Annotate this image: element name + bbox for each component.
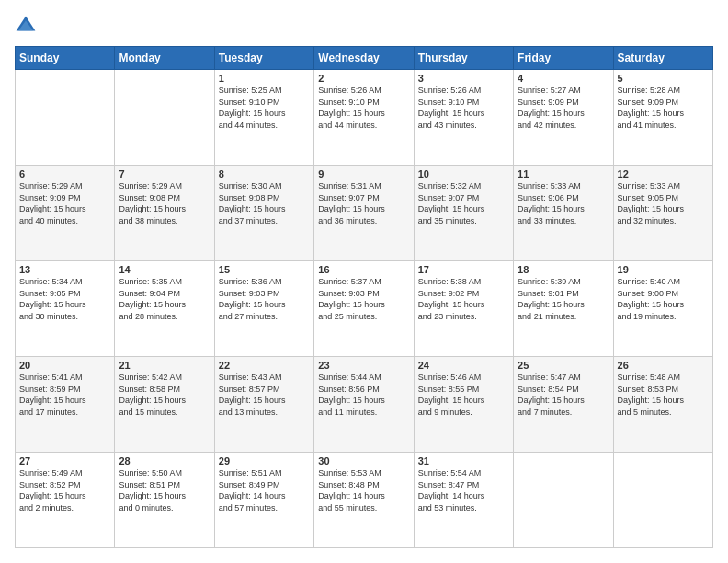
calendar-cell: 14Sunrise: 5:35 AM Sunset: 9:04 PM Dayli… [115, 261, 214, 357]
day-number: 10 [418, 168, 509, 179]
day-number: 5 [618, 73, 709, 84]
calendar-cell: 26Sunrise: 5:48 AM Sunset: 8:53 PM Dayli… [613, 357, 712, 453]
day-info: Sunrise: 5:42 AM Sunset: 8:58 PM Dayligh… [119, 372, 210, 418]
day-number: 11 [518, 168, 609, 179]
day-info: Sunrise: 5:25 AM Sunset: 9:10 PM Dayligh… [219, 85, 310, 131]
calendar-cell: 11Sunrise: 5:33 AM Sunset: 9:06 PM Dayli… [514, 166, 613, 261]
calendar-cell: 3Sunrise: 5:26 AM Sunset: 9:10 PM Daylig… [414, 70, 513, 166]
calendar-week-row: 27Sunrise: 5:49 AM Sunset: 8:52 PM Dayli… [16, 453, 713, 548]
calendar-cell [16, 70, 115, 166]
day-info: Sunrise: 5:48 AM Sunset: 8:53 PM Dayligh… [618, 372, 709, 418]
day-info: Sunrise: 5:29 AM Sunset: 9:09 PM Dayligh… [19, 180, 110, 226]
calendar-cell: 23Sunrise: 5:44 AM Sunset: 8:56 PM Dayli… [314, 357, 414, 453]
calendar-cell: 27Sunrise: 5:49 AM Sunset: 8:52 PM Dayli… [16, 453, 115, 548]
calendar-cell: 28Sunrise: 5:50 AM Sunset: 8:51 PM Dayli… [115, 453, 214, 548]
day-number: 22 [219, 360, 310, 371]
day-info: Sunrise: 5:50 AM Sunset: 8:51 PM Dayligh… [119, 467, 210, 513]
header [15, 15, 713, 37]
calendar-header-thursday: Thursday [414, 47, 513, 70]
calendar-cell: 8Sunrise: 5:30 AM Sunset: 9:08 PM Daylig… [214, 166, 313, 261]
calendar-cell: 16Sunrise: 5:37 AM Sunset: 9:03 PM Dayli… [314, 261, 414, 357]
day-info: Sunrise: 5:37 AM Sunset: 9:03 PM Dayligh… [318, 276, 409, 322]
day-number: 18 [518, 264, 609, 275]
day-info: Sunrise: 5:43 AM Sunset: 8:57 PM Dayligh… [219, 372, 310, 418]
calendar-cell: 6Sunrise: 5:29 AM Sunset: 9:09 PM Daylig… [16, 166, 115, 261]
day-number: 25 [518, 360, 609, 371]
day-number: 6 [19, 168, 110, 179]
day-number: 15 [219, 264, 310, 275]
day-info: Sunrise: 5:47 AM Sunset: 8:54 PM Dayligh… [518, 372, 609, 418]
day-number: 27 [19, 455, 110, 466]
day-number: 13 [19, 264, 110, 275]
day-number: 23 [318, 360, 409, 371]
calendar-header-sunday: Sunday [16, 47, 115, 70]
day-number: 2 [318, 73, 409, 84]
calendar-cell: 5Sunrise: 5:28 AM Sunset: 9:09 PM Daylig… [613, 70, 712, 166]
page: SundayMondayTuesdayWednesdayThursdayFrid… [0, 0, 728, 563]
day-info: Sunrise: 5:29 AM Sunset: 9:08 PM Dayligh… [119, 180, 210, 226]
day-info: Sunrise: 5:46 AM Sunset: 8:55 PM Dayligh… [418, 372, 509, 418]
calendar-cell: 21Sunrise: 5:42 AM Sunset: 8:58 PM Dayli… [115, 357, 214, 453]
calendar-header-saturday: Saturday [613, 47, 712, 70]
calendar-header-row: SundayMondayTuesdayWednesdayThursdayFrid… [16, 47, 713, 70]
day-number: 7 [119, 168, 210, 179]
logo-icon [15, 15, 37, 37]
calendar-header-monday: Monday [115, 47, 214, 70]
calendar-cell: 2Sunrise: 5:26 AM Sunset: 9:10 PM Daylig… [314, 70, 414, 166]
day-number: 1 [219, 73, 310, 84]
day-info: Sunrise: 5:30 AM Sunset: 9:08 PM Dayligh… [219, 180, 310, 226]
day-info: Sunrise: 5:34 AM Sunset: 9:05 PM Dayligh… [19, 276, 110, 322]
day-number: 17 [418, 264, 509, 275]
day-info: Sunrise: 5:28 AM Sunset: 9:09 PM Dayligh… [618, 85, 709, 131]
calendar-cell: 29Sunrise: 5:51 AM Sunset: 8:49 PM Dayli… [214, 453, 313, 548]
calendar-cell: 19Sunrise: 5:40 AM Sunset: 9:00 PM Dayli… [613, 261, 712, 357]
day-number: 9 [318, 168, 409, 179]
day-info: Sunrise: 5:26 AM Sunset: 9:10 PM Dayligh… [418, 85, 509, 131]
calendar-cell: 25Sunrise: 5:47 AM Sunset: 8:54 PM Dayli… [514, 357, 613, 453]
calendar-cell [115, 70, 214, 166]
day-number: 12 [618, 168, 709, 179]
day-info: Sunrise: 5:31 AM Sunset: 9:07 PM Dayligh… [318, 180, 409, 226]
calendar-cell: 12Sunrise: 5:33 AM Sunset: 9:05 PM Dayli… [613, 166, 712, 261]
calendar-cell: 4Sunrise: 5:27 AM Sunset: 9:09 PM Daylig… [514, 70, 613, 166]
day-info: Sunrise: 5:33 AM Sunset: 9:05 PM Dayligh… [618, 180, 709, 226]
day-number: 21 [119, 360, 210, 371]
day-info: Sunrise: 5:27 AM Sunset: 9:09 PM Dayligh… [518, 85, 609, 131]
day-info: Sunrise: 5:53 AM Sunset: 8:48 PM Dayligh… [318, 467, 409, 513]
calendar-week-row: 20Sunrise: 5:41 AM Sunset: 8:59 PM Dayli… [16, 357, 713, 453]
calendar-cell: 18Sunrise: 5:39 AM Sunset: 9:01 PM Dayli… [514, 261, 613, 357]
calendar-header-tuesday: Tuesday [214, 47, 313, 70]
day-info: Sunrise: 5:51 AM Sunset: 8:49 PM Dayligh… [219, 467, 310, 513]
day-info: Sunrise: 5:40 AM Sunset: 9:00 PM Dayligh… [618, 276, 709, 322]
calendar-cell: 7Sunrise: 5:29 AM Sunset: 9:08 PM Daylig… [115, 166, 214, 261]
day-info: Sunrise: 5:35 AM Sunset: 9:04 PM Dayligh… [119, 276, 210, 322]
logo [15, 15, 40, 37]
calendar-cell: 20Sunrise: 5:41 AM Sunset: 8:59 PM Dayli… [16, 357, 115, 453]
calendar-cell: 1Sunrise: 5:25 AM Sunset: 9:10 PM Daylig… [214, 70, 313, 166]
day-number: 20 [19, 360, 110, 371]
day-number: 31 [418, 455, 509, 466]
day-info: Sunrise: 5:41 AM Sunset: 8:59 PM Dayligh… [19, 372, 110, 418]
day-info: Sunrise: 5:38 AM Sunset: 9:02 PM Dayligh… [418, 276, 509, 322]
calendar-cell: 13Sunrise: 5:34 AM Sunset: 9:05 PM Dayli… [16, 261, 115, 357]
day-info: Sunrise: 5:39 AM Sunset: 9:01 PM Dayligh… [518, 276, 609, 322]
calendar-week-row: 1Sunrise: 5:25 AM Sunset: 9:10 PM Daylig… [16, 70, 713, 166]
calendar-header-friday: Friday [514, 47, 613, 70]
calendar-header-wednesday: Wednesday [314, 47, 414, 70]
day-number: 26 [618, 360, 709, 371]
day-info: Sunrise: 5:36 AM Sunset: 9:03 PM Dayligh… [219, 276, 310, 322]
calendar-cell: 24Sunrise: 5:46 AM Sunset: 8:55 PM Dayli… [414, 357, 513, 453]
day-number: 29 [219, 455, 310, 466]
day-number: 19 [618, 264, 709, 275]
day-info: Sunrise: 5:33 AM Sunset: 9:06 PM Dayligh… [518, 180, 609, 226]
calendar-cell: 10Sunrise: 5:32 AM Sunset: 9:07 PM Dayli… [414, 166, 513, 261]
day-number: 24 [418, 360, 509, 371]
calendar-week-row: 13Sunrise: 5:34 AM Sunset: 9:05 PM Dayli… [16, 261, 713, 357]
day-number: 30 [318, 455, 409, 466]
day-info: Sunrise: 5:26 AM Sunset: 9:10 PM Dayligh… [318, 85, 409, 131]
calendar-cell: 9Sunrise: 5:31 AM Sunset: 9:07 PM Daylig… [314, 166, 414, 261]
calendar-cell [613, 453, 712, 548]
day-number: 4 [518, 73, 609, 84]
day-number: 8 [219, 168, 310, 179]
calendar-cell [514, 453, 613, 548]
